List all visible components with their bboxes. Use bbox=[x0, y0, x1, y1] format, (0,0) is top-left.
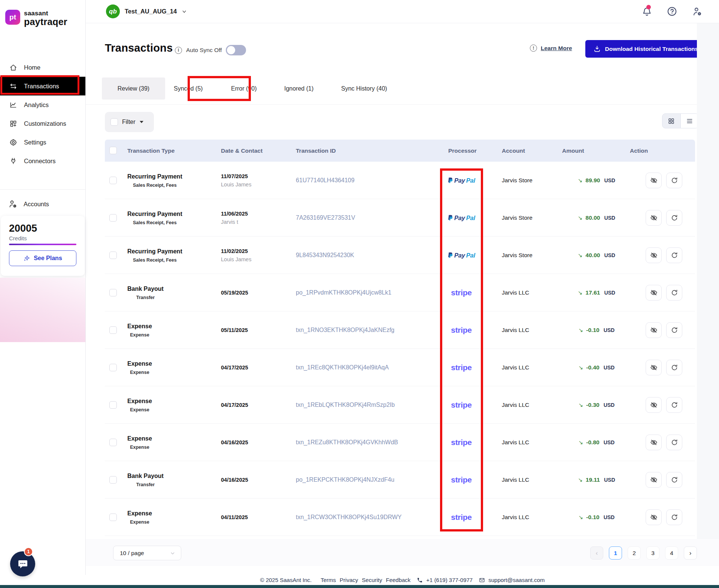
sync-button[interactable] bbox=[666, 322, 682, 338]
ignore-button[interactable] bbox=[646, 173, 662, 188]
home-icon bbox=[9, 63, 17, 71]
grid-view-button[interactable] bbox=[662, 114, 680, 128]
table-row: ExpenseExpense04/11/2025txn_1RCW3OKTHK8O… bbox=[105, 499, 695, 536]
ignore-button[interactable] bbox=[646, 285, 662, 301]
sidebar-item-customizations[interactable]: Customizations bbox=[0, 114, 85, 133]
sidebar-item-analytics[interactable]: Analytics bbox=[0, 95, 85, 114]
sidebar-item-settings[interactable]: Settings bbox=[0, 133, 85, 152]
help-button[interactable] bbox=[665, 5, 678, 18]
row-checkbox[interactable] bbox=[109, 252, 117, 259]
transaction-id[interactable]: po_1REKPCKTHK8OPKj4NJXzdF4u bbox=[296, 476, 394, 483]
transaction-id[interactable]: txn_1REc8QKTHK8OPKj4el9itAqA bbox=[296, 364, 389, 371]
filter-checkbox[interactable] bbox=[110, 118, 118, 126]
sync-button[interactable] bbox=[666, 472, 682, 488]
transaction-id[interactable]: 61U77140LH4364109 bbox=[296, 177, 355, 184]
ignore-button[interactable] bbox=[646, 397, 662, 413]
row-checkbox[interactable] bbox=[109, 326, 117, 334]
footer-link-feedback[interactable]: Feedback bbox=[386, 577, 410, 583]
ignore-button[interactable] bbox=[646, 322, 662, 338]
row-checkbox[interactable] bbox=[109, 214, 117, 222]
transaction-id[interactable]: txn_1REbLQKTHK8OPKj4RmSzp2Ib bbox=[296, 402, 395, 408]
sync-button[interactable] bbox=[666, 509, 682, 525]
next-page-button[interactable]: › bbox=[684, 546, 697, 560]
table-row: ExpenseExpense04/17/2025txn_1REbLQKTHK8O… bbox=[105, 386, 695, 424]
amount-currency: USD bbox=[604, 514, 615, 520]
account-settings-button[interactable] bbox=[691, 5, 703, 18]
footer-link-terms[interactable]: Terms bbox=[321, 577, 336, 583]
row-checkbox[interactable] bbox=[109, 177, 117, 184]
page-size-select[interactable]: 10 / page bbox=[113, 546, 181, 560]
content-gutter bbox=[697, 23, 719, 539]
sidebar-item-transactions[interactable]: Transactions bbox=[0, 77, 85, 95]
amount-value: -0.40 bbox=[586, 364, 599, 371]
transaction-id[interactable]: 9L845343N9254230K bbox=[296, 252, 354, 259]
transaction-id[interactable]: po_1RPvdmKTHK8OPKj4Ujcw8Lk1 bbox=[296, 289, 391, 296]
transaction-id[interactable]: txn_1REZu8KTHK8OPKj4GVKhhWdB bbox=[296, 439, 398, 446]
amount-currency: USD bbox=[604, 290, 615, 296]
ignore-button[interactable] bbox=[646, 247, 662, 263]
ignore-button[interactable] bbox=[646, 435, 662, 450]
sidebar-item-accounts[interactable]: Accounts bbox=[0, 195, 86, 213]
transaction-date: 04/16/2025 bbox=[221, 439, 248, 445]
topbar: qb Test_AU_AUG_14 bbox=[86, 0, 719, 23]
amount-direction-icon: ↘ bbox=[578, 177, 583, 184]
brand-name-bottom: paytraqer bbox=[24, 16, 67, 27]
row-checkbox[interactable] bbox=[109, 439, 117, 446]
row-checkbox[interactable] bbox=[109, 476, 117, 484]
see-plans-button[interactable]: See Plans bbox=[9, 250, 76, 266]
chat-launcher-button[interactable] bbox=[10, 551, 35, 576]
ignore-button[interactable] bbox=[646, 472, 662, 488]
transaction-id[interactable]: txn_1RCW3OKTHK8OPKj4Su19DRWY bbox=[296, 514, 401, 521]
sync-button[interactable] bbox=[666, 247, 682, 263]
sync-button[interactable] bbox=[666, 360, 682, 375]
company-switcher[interactable]: qb Test_AU_AUG_14 bbox=[106, 4, 187, 18]
auto-sync-toggle[interactable] bbox=[226, 45, 246, 55]
sidebar-item-home[interactable]: Home bbox=[0, 58, 85, 77]
amount-currency: USD bbox=[604, 327, 615, 333]
sync-button[interactable] bbox=[666, 397, 682, 413]
table-header: Transaction Type Date & Contact Transact… bbox=[105, 140, 695, 162]
amount-direction-icon: ↘ bbox=[578, 476, 583, 483]
page-button-2[interactable]: 2 bbox=[628, 546, 641, 560]
ignore-button[interactable] bbox=[646, 509, 662, 525]
tab-synced[interactable]: Synced (5) bbox=[174, 77, 203, 100]
select-all-checkbox[interactable] bbox=[109, 147, 117, 154]
filter-label: Filter bbox=[122, 119, 136, 125]
transaction-subtype: Expense bbox=[127, 370, 152, 375]
filter-button[interactable]: Filter bbox=[105, 112, 154, 132]
ignore-button[interactable] bbox=[646, 360, 662, 375]
footer-link-security[interactable]: Security bbox=[362, 577, 382, 583]
transaction-id[interactable]: 7A263169VE273531V bbox=[296, 214, 355, 221]
download-historical-button[interactable]: Download Historical Transactions bbox=[585, 40, 706, 58]
page-button-4[interactable]: 4 bbox=[665, 546, 678, 560]
row-checkbox[interactable] bbox=[109, 401, 117, 409]
footer-link-privacy[interactable]: Privacy bbox=[340, 577, 358, 583]
transaction-date: 11/06/2025 bbox=[221, 211, 248, 217]
list-view-button[interactable] bbox=[680, 114, 698, 128]
auto-sync-control: i Auto Sync Off bbox=[175, 45, 246, 55]
row-checkbox[interactable] bbox=[109, 364, 117, 371]
prev-page-button[interactable]: ‹ bbox=[590, 546, 603, 560]
sync-button[interactable] bbox=[666, 173, 682, 188]
sync-button[interactable] bbox=[666, 435, 682, 450]
tab-ignored[interactable]: Ignored (1) bbox=[284, 77, 313, 100]
sidebar-item-connectors[interactable]: Connectors bbox=[0, 152, 85, 170]
transaction-id[interactable]: txn_1RNO3EKTHK8OPKj4JaKNEzfg bbox=[296, 327, 394, 333]
notifications-button[interactable] bbox=[640, 5, 653, 18]
sync-button[interactable] bbox=[666, 210, 682, 226]
transaction-subtype: Expense bbox=[127, 332, 152, 338]
footer-phone[interactable]: +1 (619) 377-0977 bbox=[426, 577, 473, 583]
footer-email[interactable]: support@saasant.com bbox=[488, 577, 544, 583]
row-checkbox[interactable] bbox=[109, 289, 117, 296]
tab-error[interactable]: Error (90) bbox=[231, 77, 257, 100]
row-checkbox[interactable] bbox=[109, 514, 117, 521]
learn-more-link[interactable]: ! Learn More bbox=[530, 45, 572, 52]
tab-review[interactable]: Review (39) bbox=[102, 77, 165, 100]
eye-off-icon bbox=[650, 289, 658, 296]
ignore-button[interactable] bbox=[646, 210, 662, 226]
page-button-3[interactable]: 3 bbox=[646, 546, 659, 560]
tab-sync-history[interactable]: Sync History (40) bbox=[341, 77, 387, 100]
refresh-icon bbox=[671, 364, 678, 371]
sync-button[interactable] bbox=[666, 285, 682, 301]
page-button-1[interactable]: 1 bbox=[609, 546, 622, 560]
